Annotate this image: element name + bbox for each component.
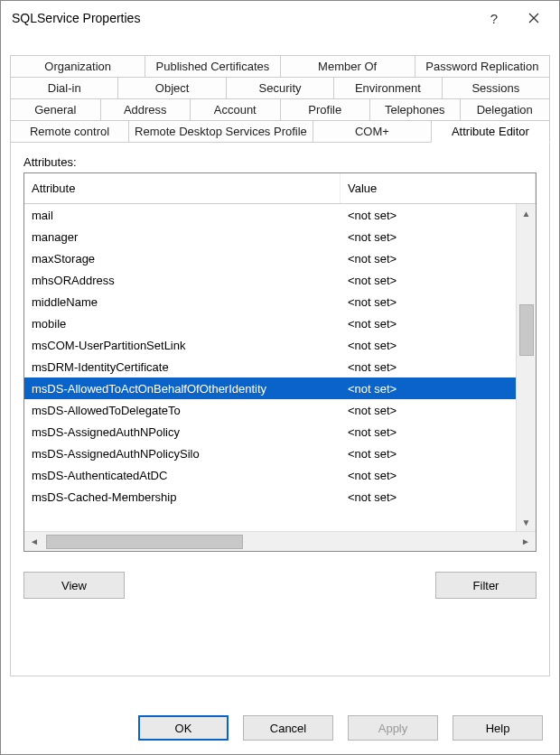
- titlebar: SQLService Properties ?: [1, 1, 559, 35]
- vscroll-thumb[interactable]: [519, 304, 534, 356]
- vscroll-track[interactable]: [519, 224, 534, 511]
- attribute-name-cell: mobile: [24, 317, 341, 331]
- attribute-value-cell: <not set>: [341, 230, 516, 244]
- attribute-name-cell: msDS-AllowedToDelegateTo: [24, 404, 341, 417]
- attribute-value-cell: <not set>: [341, 339, 516, 352]
- close-icon[interactable]: [514, 5, 554, 32]
- window-title: SQLService Properties: [12, 11, 474, 25]
- attribute-name-cell: manager: [24, 230, 341, 244]
- tab-environment[interactable]: Environment: [333, 77, 442, 98]
- tab-account[interactable]: Account: [190, 98, 281, 120]
- dialog-window: SQLService Properties ? OrganizationPubl…: [0, 0, 560, 755]
- scroll-down-icon[interactable]: ▼: [517, 513, 537, 531]
- attribute-value-cell: <not set>: [341, 404, 516, 417]
- tab-member-of[interactable]: Member Of: [280, 55, 415, 77]
- table-row[interactable]: msDRM-IdentityCertificate<not set>: [24, 356, 516, 378]
- attribute-value-cell: <not set>: [341, 209, 516, 222]
- tab-published-certificates[interactable]: Published Certificates: [145, 55, 280, 77]
- filter-button[interactable]: Filter: [435, 572, 537, 599]
- attribute-name-cell: middleName: [24, 295, 341, 309]
- attribute-value-cell: <not set>: [341, 295, 516, 309]
- attribute-value-cell: <not set>: [341, 447, 516, 461]
- table-row[interactable]: msDS-AuthenticatedAtDC<not set>: [24, 464, 516, 486]
- tab-security[interactable]: Security: [226, 77, 334, 98]
- tab-com-[interactable]: COM+: [313, 120, 432, 143]
- attribute-name-cell: mail: [24, 209, 341, 222]
- tab-profile[interactable]: Profile: [280, 98, 371, 120]
- table-row[interactable]: mobile<not set>: [24, 312, 516, 334]
- tab-address[interactable]: Address: [100, 98, 191, 120]
- dialog-content: OrganizationPublished CertificatesMember…: [1, 35, 559, 702]
- tab-sessions[interactable]: Sessions: [442, 77, 550, 98]
- attribute-value-cell: <not set>: [341, 317, 516, 331]
- horizontal-scrollbar[interactable]: ◄ ►: [24, 531, 536, 551]
- column-header-attribute[interactable]: Attribute: [24, 173, 341, 203]
- attribute-value-cell: <not set>: [341, 252, 516, 266]
- tab-dial-in[interactable]: Dial-in: [10, 77, 118, 98]
- table-row[interactable]: maxStorage<not set>: [24, 247, 516, 269]
- attribute-value-cell: <not set>: [341, 469, 516, 482]
- scroll-right-icon[interactable]: ►: [516, 532, 536, 552]
- attribute-list[interactable]: Attribute Value mail<not set>manager<not…: [23, 172, 537, 552]
- tab-password-replication[interactable]: Password Replication: [415, 55, 550, 77]
- table-row[interactable]: msDS-AllowedToActOnBehalfOfOtherIdentity…: [24, 378, 516, 399]
- list-button-row: View Filter: [23, 572, 537, 599]
- table-row[interactable]: middleName<not set>: [24, 291, 516, 312]
- column-header-value[interactable]: Value: [341, 173, 536, 203]
- scroll-left-icon[interactable]: ◄: [24, 532, 44, 552]
- tab-object[interactable]: Object: [117, 77, 226, 98]
- attribute-name-cell: msCOM-UserPartitionSetLink: [24, 339, 341, 352]
- tab-general[interactable]: General: [10, 98, 101, 120]
- table-row[interactable]: msDS-AllowedToDelegateTo<not set>: [24, 399, 516, 421]
- attribute-value-cell: <not set>: [341, 490, 516, 504]
- dialog-button-row: OK Cancel Apply Help: [1, 702, 559, 754]
- attribute-name-cell: msDS-AssignedAuthNPolicy: [24, 425, 341, 439]
- tab-organization[interactable]: Organization: [10, 55, 145, 77]
- attribute-name-cell: mhsORAddress: [24, 274, 341, 287]
- tab-strip: OrganizationPublished CertificatesMember…: [10, 55, 550, 143]
- attribute-name-cell: msDS-AuthenticatedAtDC: [24, 469, 341, 482]
- table-row[interactable]: manager<not set>: [24, 226, 516, 247]
- list-header[interactable]: Attribute Value: [24, 173, 536, 204]
- tab-page-attribute-editor: Attributes: Attribute Value mail<not set…: [10, 142, 550, 676]
- tab-delegation[interactable]: Delegation: [460, 98, 551, 120]
- table-row[interactable]: msDS-AssignedAuthNPolicy<not set>: [24, 421, 516, 443]
- hscroll-thumb[interactable]: [46, 535, 243, 549]
- ok-button[interactable]: OK: [138, 715, 229, 741]
- help-button[interactable]: Help: [453, 715, 543, 741]
- attribute-name-cell: msDS-AllowedToActOnBehalfOfOtherIdentity: [24, 381, 341, 396]
- help-icon[interactable]: ?: [474, 5, 514, 32]
- scroll-up-icon[interactable]: ▲: [517, 204, 537, 222]
- attribute-value-cell: <not set>: [341, 360, 516, 374]
- attribute-value-cell: <not set>: [341, 425, 516, 439]
- tab-remote-desktop-services-profile[interactable]: Remote Desktop Services Profile: [128, 120, 313, 143]
- vertical-scrollbar[interactable]: ▲ ▼: [516, 204, 536, 531]
- tab-telephones[interactable]: Telephones: [369, 98, 461, 120]
- apply-button[interactable]: Apply: [348, 715, 438, 741]
- list-body: mail<not set>manager<not set>maxStorage<…: [24, 204, 536, 531]
- view-button[interactable]: View: [23, 572, 125, 599]
- hscroll-track[interactable]: [46, 535, 514, 549]
- tab-attribute-editor[interactable]: Attribute Editor: [431, 120, 550, 143]
- attribute-name-cell: maxStorage: [24, 252, 341, 266]
- table-row[interactable]: msDS-AssignedAuthNPolicySilo<not set>: [24, 443, 516, 464]
- table-row[interactable]: mhsORAddress<not set>: [24, 269, 516, 291]
- attribute-value-cell: <not set>: [341, 274, 516, 287]
- tab-remote-control[interactable]: Remote control: [10, 120, 129, 143]
- attribute-name-cell: msDS-Cached-Membership: [24, 490, 341, 504]
- attributes-label: Attributes:: [23, 155, 537, 169]
- table-row[interactable]: msDS-Cached-Membership<not set>: [24, 486, 516, 508]
- attribute-name-cell: msDRM-IdentityCertificate: [24, 360, 341, 374]
- attribute-name-cell: msDS-AssignedAuthNPolicySilo: [24, 447, 341, 461]
- attribute-value-cell: <not set>: [341, 381, 516, 396]
- table-row[interactable]: msCOM-UserPartitionSetLink<not set>: [24, 334, 516, 356]
- cancel-button[interactable]: Cancel: [243, 715, 333, 741]
- table-row[interactable]: mail<not set>: [24, 204, 516, 226]
